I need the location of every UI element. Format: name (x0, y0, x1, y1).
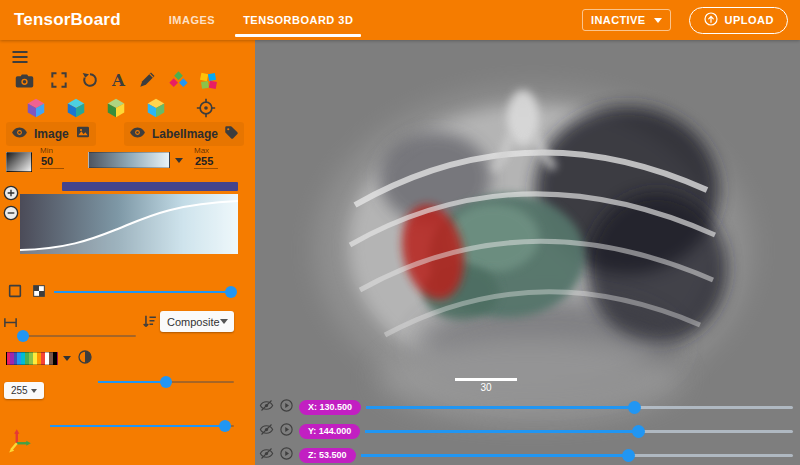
slider-handle[interactable] (225, 286, 237, 298)
gradient-preview[interactable] (6, 152, 32, 172)
annotation-pen-button[interactable] (135, 68, 159, 92)
slider-fill (366, 406, 635, 409)
tf-range-bar[interactable] (62, 182, 238, 191)
center-view-button[interactable] (194, 96, 218, 120)
orientation-axes-widget[interactable] (6, 426, 34, 454)
eye-icon[interactable] (11, 124, 28, 145)
solid-mode-button[interactable] (6, 282, 24, 300)
threshold-slider[interactable] (50, 420, 234, 432)
contrast-label-icon (76, 348, 94, 366)
text-annotation-button[interactable]: A (106, 68, 130, 92)
plus-circle-icon (3, 185, 19, 201)
visibility-off-icon[interactable] (259, 422, 274, 441)
slider-handle[interactable] (628, 401, 641, 414)
transfer-function-editor[interactable] (20, 194, 238, 254)
colormap-slider[interactable] (98, 376, 234, 388)
slider-handle[interactable] (160, 376, 172, 388)
eye-icon[interactable] (129, 124, 146, 145)
nav-tabs: IMAGES TENSORBOARD 3D (155, 0, 368, 40)
axis-z-slider[interactable] (361, 448, 793, 462)
layer-labelimage-label: LabelImage (152, 127, 218, 141)
slider-handle[interactable] (219, 420, 231, 432)
sample-distance-label-icon (2, 314, 18, 330)
blend-sort-button[interactable] (140, 312, 158, 330)
volume-cube-blue-icon (65, 97, 87, 119)
slider-fill (365, 430, 639, 433)
caret-down-icon (220, 319, 228, 324)
slider-handle[interactable] (622, 449, 635, 462)
screenshot-button[interactable] (12, 68, 36, 92)
volume-preset-4-button[interactable] (144, 96, 168, 120)
caret-down-icon (654, 18, 662, 23)
zoom-out-button[interactable] (2, 204, 20, 222)
left-control-panel: A Image (0, 40, 255, 465)
play-icon[interactable] (279, 446, 294, 465)
max-value-dropdown[interactable]: 255 (4, 382, 44, 399)
status-dropdown[interactable]: INACTIVE (582, 9, 671, 31)
blend-mode-dropdown[interactable]: Composite (160, 311, 234, 332)
axis-x-slider[interactable] (366, 400, 793, 414)
image-icon (75, 124, 91, 144)
upload-icon (703, 11, 719, 29)
max-field: Max 255 (194, 146, 218, 169)
checkerboard-icon (31, 283, 47, 299)
sort-icon (141, 313, 158, 330)
play-icon[interactable] (279, 422, 294, 441)
volume-preset-1-button[interactable] (24, 96, 48, 120)
volume-cube-yellow-icon (145, 97, 167, 119)
status-label: INACTIVE (591, 14, 646, 26)
axis-y-slider[interactable] (365, 424, 793, 438)
opacity-slider[interactable] (54, 286, 236, 298)
slider-track (18, 335, 136, 337)
min-input[interactable]: 50 (40, 155, 64, 169)
layer-labelimage-button[interactable]: LabelImage (124, 122, 244, 146)
upload-label: UPLOAD (725, 14, 774, 26)
app-window: TensorBoard IMAGES TENSORBOARD 3D INACTI… (0, 0, 800, 465)
caret-down-icon (63, 356, 71, 361)
contrast-icon (77, 349, 93, 365)
fullscreen-button[interactable] (47, 68, 71, 92)
layer-image-label: Image (34, 127, 69, 141)
reset-view-button[interactable] (78, 68, 102, 92)
volume-preset-2-button[interactable] (64, 96, 88, 120)
slider-fill (50, 425, 225, 427)
volume-cube-pink-icon (25, 97, 47, 119)
slider-handle[interactable] (17, 330, 29, 342)
max-label: Max (194, 146, 218, 155)
min-field: Min 50 (40, 146, 64, 169)
min-label: Min (40, 146, 64, 155)
upload-button[interactable]: UPLOAD (689, 7, 788, 34)
square-outline-icon (7, 283, 23, 299)
hamburger-menu-button[interactable] (8, 45, 32, 69)
hamburger-menu-icon (10, 47, 30, 67)
checker-mode-button[interactable] (30, 282, 48, 300)
transfer-gradient-dropdown[interactable] (88, 152, 183, 168)
max-value-label: 255 (11, 385, 28, 396)
axis-y-value: Y: 144.000 (299, 424, 360, 439)
tab-images[interactable]: IMAGES (155, 0, 229, 40)
axes-gizmo-icon (7, 427, 33, 453)
zoom-in-button[interactable] (2, 184, 20, 202)
color-points-button[interactable] (166, 68, 190, 92)
visibility-off-icon[interactable] (259, 446, 274, 465)
blend-mode-label: Composite (167, 316, 220, 328)
color-layers-button[interactable] (196, 68, 220, 92)
sample-distance-slider[interactable] (18, 330, 136, 342)
camera-icon (14, 70, 35, 91)
text-tool-icon: A (108, 70, 129, 91)
volume-preset-3-button[interactable] (104, 96, 128, 120)
max-input[interactable]: 255 (194, 155, 218, 169)
layer-image-button[interactable]: Image (6, 122, 96, 146)
fullscreen-icon (49, 70, 69, 90)
tab-tensorboard-3d[interactable]: TENSORBOARD 3D (229, 0, 367, 40)
play-icon[interactable] (279, 398, 294, 417)
slider-handle[interactable] (632, 425, 645, 438)
svg-text:A: A (111, 70, 126, 90)
visibility-off-icon[interactable] (259, 398, 274, 417)
range-ends-icon (3, 315, 18, 330)
viewport-3d[interactable]: 30 X: 130.500 Y: 144.000 (255, 40, 800, 465)
color-points-icon (168, 70, 189, 91)
color-layers-icon (198, 70, 219, 91)
top-bar: TensorBoard IMAGES TENSORBOARD 3D INACTI… (0, 0, 800, 40)
colormap-dropdown[interactable] (6, 352, 71, 365)
